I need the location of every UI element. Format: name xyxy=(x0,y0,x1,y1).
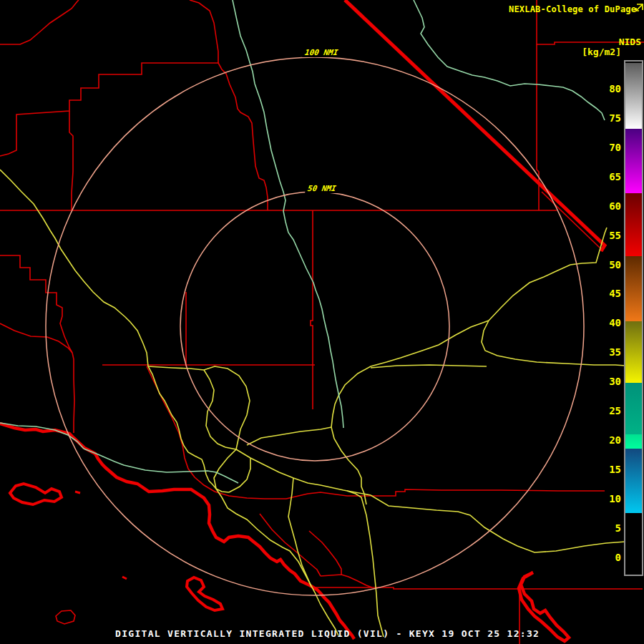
road xyxy=(331,321,489,427)
colorbar-tick-65: 65 xyxy=(595,171,621,182)
colorbar-tick-50: 50 xyxy=(595,259,621,270)
colorbar xyxy=(624,60,643,576)
road xyxy=(0,170,229,492)
county-line xyxy=(147,366,286,499)
brand-link[interactable]: NEXLAB-College of DuPage xyxy=(509,4,636,14)
road xyxy=(247,427,331,445)
product-title: DIGITAL VERTICALLY INTEGRATED LIQUID (VI… xyxy=(115,628,540,639)
county-line xyxy=(309,531,372,587)
island-catalina xyxy=(187,577,223,610)
county-line xyxy=(0,63,219,156)
islet xyxy=(122,577,127,579)
colorbar-tick-70: 70 xyxy=(595,142,621,153)
county-line xyxy=(537,44,539,210)
colorbar-segment-brown-orange xyxy=(625,256,642,321)
range-rings xyxy=(46,57,584,595)
county-line xyxy=(0,0,79,44)
colorbar-tick-15: 15 xyxy=(595,464,621,475)
colorbar-units: [kg/m2] xyxy=(582,47,621,57)
colorbar-tick-35: 35 xyxy=(595,346,621,358)
county-line xyxy=(72,353,74,433)
colorbar-segment-dark-to-bright red xyxy=(625,193,642,256)
colorbar-tick-55: 55 xyxy=(595,230,621,241)
coastline xyxy=(0,424,354,639)
colorbar-tick-40: 40 xyxy=(595,317,621,328)
island-santa-cruz xyxy=(10,484,62,504)
colorbar-tick-30: 30 xyxy=(595,376,621,387)
colorbar-segment-purple-magenta xyxy=(625,129,642,193)
rivers-group xyxy=(0,0,605,483)
county-line xyxy=(286,489,605,499)
thick-diagonal-boundary xyxy=(345,0,605,251)
colorbar-segment-black xyxy=(625,513,642,572)
county-line xyxy=(542,192,600,248)
river xyxy=(84,449,238,483)
county-line xyxy=(313,587,643,589)
road xyxy=(489,228,607,321)
island-outline xyxy=(56,610,75,624)
range-ring-100nmi xyxy=(46,57,584,595)
river xyxy=(414,0,605,120)
range-ring-label-50: 50 NMI xyxy=(305,184,339,193)
colorbar-segment-teal xyxy=(625,383,642,434)
islet xyxy=(75,492,80,493)
county-line xyxy=(190,0,268,210)
river xyxy=(233,0,343,428)
county-boundaries xyxy=(0,0,644,644)
colorbar-tick-10: 10 xyxy=(595,493,621,504)
range-ring-50nmi xyxy=(180,192,449,461)
road xyxy=(347,491,384,637)
colorbar-segment-olive-yellow xyxy=(625,321,642,383)
radar-map xyxy=(0,0,644,644)
county-line xyxy=(311,210,313,409)
colorbar-tick-75: 75 xyxy=(595,112,621,124)
colorbar-segment-blue-cyan xyxy=(625,449,642,513)
county-line xyxy=(0,255,72,353)
colorbar-tick-60: 60 xyxy=(595,200,621,212)
colorbar-segment-gray xyxy=(625,63,642,129)
colorbar-tick-20: 20 xyxy=(595,434,621,446)
colorbar-segment-spring-green xyxy=(625,434,642,449)
external-link-icon[interactable] xyxy=(634,3,644,13)
colorbar-tick-25: 25 xyxy=(595,405,621,416)
colorbar-tick-80: 80 xyxy=(595,83,621,94)
colorbar-tick-0: 0 xyxy=(595,552,621,563)
road xyxy=(371,365,487,368)
range-ring-label-100: 100 NMI xyxy=(302,48,341,57)
road xyxy=(229,458,250,492)
colorbar-tick-5: 5 xyxy=(595,522,621,534)
colorbar-tick-45: 45 xyxy=(595,288,621,299)
colorbar-title: NIDS xyxy=(619,36,641,47)
radar-screen: NEXLAB-College of DuPage NIDS [kg/m2] 80… xyxy=(0,0,644,644)
county-line xyxy=(69,111,73,210)
road xyxy=(148,366,204,370)
coastline-group xyxy=(0,0,605,641)
